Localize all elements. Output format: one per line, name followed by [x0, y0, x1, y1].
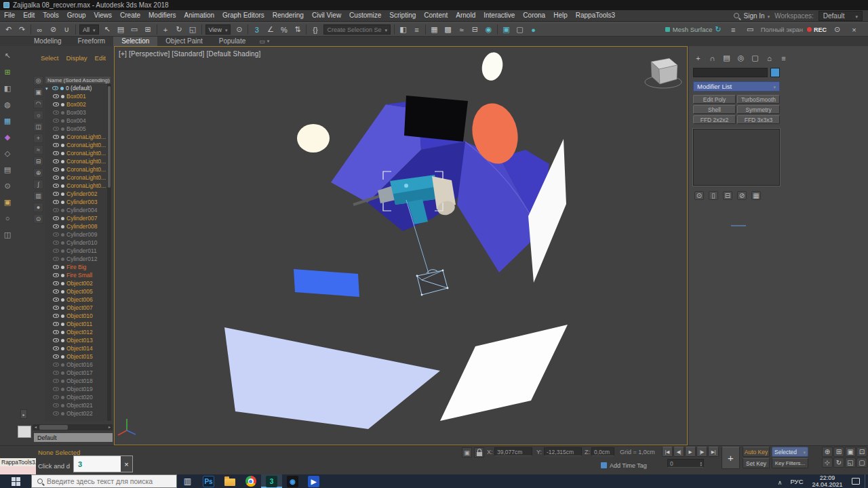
explorer-item-cylinder002[interactable]: Cylinder002	[45, 190, 107, 198]
filter-shapes-icon[interactable]: ◠	[33, 99, 43, 108]
zoom-all-icon[interactable]: ⊞	[833, 447, 844, 457]
zoom-extents-all-icon[interactable]: ⊡	[856, 447, 867, 457]
visibility-eye-icon[interactable]	[53, 289, 59, 293]
dock-tool-icon-5[interactable]: ▦	[2, 115, 14, 126]
orbit-icon[interactable]: ↻	[833, 458, 844, 468]
redo-icon[interactable]: ↷	[16, 24, 28, 36]
bind-to-spacewarp-icon[interactable]: ∪	[60, 24, 73, 36]
selection-filter-dropdown[interactable]: All	[79, 24, 99, 35]
visibility-eye-icon[interactable]	[53, 249, 59, 253]
explorer-item-object015[interactable]: Object015	[45, 352, 107, 361]
explorer-item-cylinder011[interactable]: Cylinder011	[45, 247, 107, 255]
zoom-region-icon[interactable]: ◱	[845, 458, 856, 468]
filter-cameras-icon[interactable]: ◫	[33, 122, 43, 131]
create-tab-icon[interactable]: +	[693, 53, 703, 63]
schematic-view-icon[interactable]: ⊟	[469, 24, 481, 36]
window-crossing-icon[interactable]: ⊞	[142, 24, 155, 36]
visibility-eye-icon[interactable]	[53, 119, 59, 123]
viewport-label[interactable]: [+] [Perspective] [Standard] [Default Sh…	[119, 50, 261, 58]
explorer-item-object013[interactable]: Object013	[45, 336, 107, 344]
explorer-hscrollbar[interactable]	[33, 424, 113, 430]
scrollbar-thumb[interactable]	[39, 425, 68, 430]
current-frame-field[interactable]: 0	[667, 459, 704, 468]
explorer-item-object005[interactable]: Object005	[45, 287, 107, 296]
menu-scripting[interactable]: Scripting	[385, 10, 420, 21]
panel-expander[interactable]	[20, 409, 27, 419]
menu-tools[interactable]: Tools	[39, 10, 62, 21]
popup-close-button[interactable]	[121, 456, 132, 472]
explorer-vscrollbar[interactable]	[107, 84, 111, 421]
modifier-preset-ffd-2x2x2[interactable]: FFD 2x2x2	[693, 115, 736, 124]
visibility-eye-icon[interactable]	[53, 371, 59, 375]
select-and-rotate-icon[interactable]: ↻	[173, 24, 186, 36]
go-to-start-button[interactable]: |◀	[662, 447, 673, 457]
render-frame-window-icon[interactable]: ▢	[513, 24, 526, 36]
refresh-icon[interactable]	[715, 25, 721, 34]
visibility-eye-icon[interactable]	[53, 411, 59, 415]
explorer-item-coronalight0[interactable]: CoronaLight0...	[45, 174, 107, 182]
display-tab-icon[interactable]: ▢	[750, 53, 760, 63]
auto-key-button[interactable]: Auto Key	[743, 447, 770, 457]
visibility-eye-icon[interactable]	[53, 379, 59, 383]
record-button[interactable]: REC	[807, 26, 827, 33]
play-button[interactable]: ▶	[685, 447, 696, 457]
explorer-item-object014[interactable]: Object014	[45, 344, 107, 352]
explorer-menu-select[interactable]: Select	[41, 54, 58, 62]
viewport-canvas[interactable]	[115, 47, 688, 445]
explorer-item-coronalight0[interactable]: CoronaLight0...	[45, 165, 107, 174]
remove-modifier-icon[interactable]: ⊘	[737, 191, 747, 200]
dock-tool-icon-1[interactable]: ↖	[2, 50, 14, 61]
movies-tv-icon[interactable]: ▶	[303, 474, 324, 488]
make-unique-icon[interactable]: ⊟	[723, 191, 732, 200]
explorer-item-object016[interactable]: Object016	[45, 361, 107, 369]
modifier-preset-symmetry[interactable]: Symmetry	[737, 105, 780, 114]
selected-helper-object[interactable]	[416, 270, 449, 296]
explorer-item-object022[interactable]: Object022	[45, 409, 107, 418]
named-selection-sets-icon[interactable]: {}	[309, 24, 321, 36]
menu-content[interactable]: Content	[420, 10, 452, 21]
explorer-item-object006[interactable]: Object006	[45, 296, 107, 304]
select-and-scale-icon[interactable]: ◱	[186, 24, 199, 36]
menu-file[interactable]: File	[0, 10, 19, 21]
menu-civil-view[interactable]: Civil View	[308, 10, 345, 21]
ribbon-tab-freeform[interactable]: Freeform	[70, 37, 114, 46]
filter-bones-icon[interactable]: ∫	[33, 180, 43, 189]
menu-interactive[interactable]: Interactive	[479, 10, 519, 21]
material-editor-icon[interactable]: ◉	[482, 24, 495, 36]
explorer-item-object018[interactable]: Object018	[45, 377, 107, 385]
filter-spacewarps-icon[interactable]: ≈	[33, 145, 43, 155]
visibility-eye-icon[interactable]	[53, 192, 59, 196]
language-indicator[interactable]: РУС	[786, 478, 808, 485]
visibility-eye-icon[interactable]	[53, 314, 59, 318]
isolate-selection-toggle-icon[interactable]: ▣	[462, 447, 472, 458]
modifier-stack[interactable]	[693, 129, 780, 186]
explorer-item-cylinder008[interactable]: Cylinder008	[45, 222, 107, 230]
modifier-preset-shell[interactable]: Shell	[693, 105, 736, 114]
explorer-item-cylinder003[interactable]: Cylinder003	[45, 198, 107, 206]
reference-coordinate-dropdown[interactable]: View	[205, 24, 231, 35]
visibility-eye-icon[interactable]	[53, 200, 59, 204]
cream-disc-mesh[interactable]	[297, 124, 330, 152]
key-filters-button[interactable]: Key Filters...	[772, 458, 808, 468]
search-input[interactable]	[47, 477, 165, 485]
photoshop-icon[interactable]: Ps	[198, 474, 219, 488]
explorer-item-box001[interactable]: Box001	[45, 92, 107, 100]
motion-tab-icon[interactable]: ◎	[736, 53, 746, 63]
create-selection-set-dropdown[interactable]: Create Selection Se	[323, 24, 391, 35]
visibility-eye-icon[interactable]	[53, 167, 59, 171]
x-coordinate-field[interactable]: 39,077cm	[494, 447, 532, 456]
y-coordinate-field[interactable]: -12,315cm	[544, 447, 582, 456]
taskbar-clock[interactable]: 22:09 24.04.2021	[808, 474, 847, 488]
menu-create[interactable]: Create	[116, 10, 144, 21]
screenshot-camera-icon[interactable]	[831, 24, 844, 36]
dock-tool-icon-3[interactable]: ◧	[2, 83, 14, 94]
explorer-item-coronalight0[interactable]: CoronaLight0...	[45, 133, 107, 141]
white-disc-top-mesh[interactable]	[479, 50, 505, 82]
visibility-eye-icon[interactable]	[53, 273, 59, 277]
explorer-column-header[interactable]: Name (Sorted Ascending)	[45, 76, 111, 84]
dock-tool-icon-12[interactable]: ◫	[2, 229, 14, 240]
white-plane-bottom-mesh[interactable]	[440, 325, 568, 421]
ribbon-tab-populate[interactable]: Populate	[211, 37, 254, 46]
explorer-root-row[interactable]: 0 (default)	[45, 84, 107, 92]
visibility-eye-icon[interactable]	[53, 159, 59, 163]
